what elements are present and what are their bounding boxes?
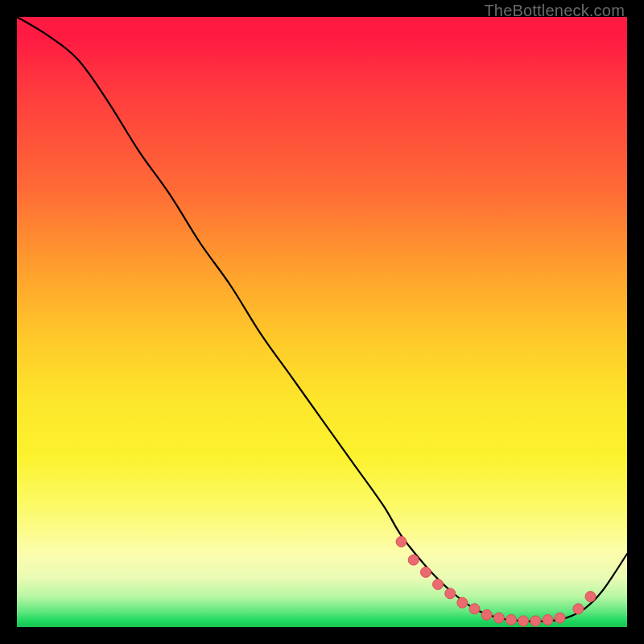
- curve-dots-group: [396, 536, 596, 626]
- bottleneck-curve: [17, 17, 627, 621]
- curve-dot: [506, 614, 517, 625]
- plot-area: [17, 17, 627, 627]
- curve-dot: [530, 616, 541, 626]
- curve-dot: [543, 614, 553, 625]
- curve-dot: [518, 616, 529, 626]
- curve-dot: [457, 597, 468, 608]
- curve-dot: [469, 604, 480, 614]
- curve-dot: [481, 609, 492, 620]
- curve-dot: [396, 536, 407, 547]
- curve-dot: [433, 579, 444, 589]
- curve-dot: [493, 613, 504, 623]
- curve-dot: [408, 555, 419, 565]
- chart-frame: TheBottleneck.com: [0, 0, 644, 644]
- curve-dot: [573, 604, 584, 614]
- curve-dot: [445, 588, 456, 599]
- curve-svg: [17, 17, 627, 627]
- curve-dot: [585, 592, 596, 602]
- curve-dot: [420, 567, 431, 577]
- curve-dot: [555, 613, 565, 623]
